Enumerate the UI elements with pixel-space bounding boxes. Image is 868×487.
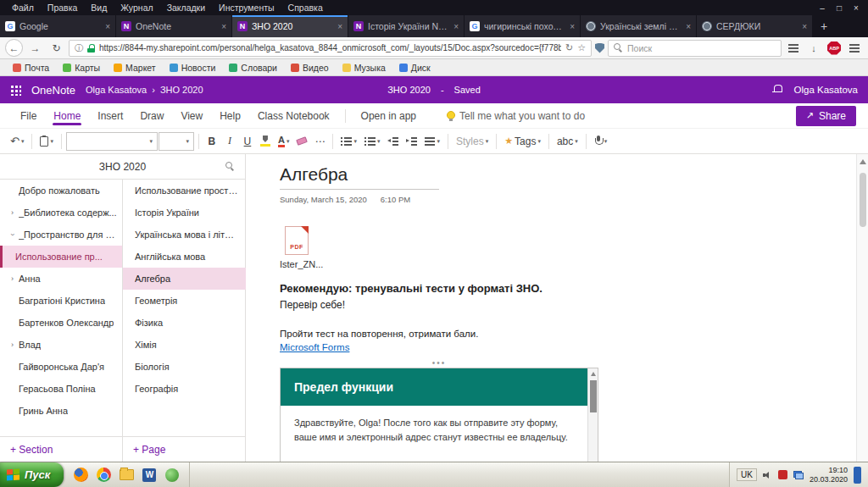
tab-close-icon[interactable]: × — [337, 22, 342, 31]
url-text[interactable]: https://8844-my.sharepoint.com/personal/… — [99, 43, 561, 53]
bookmark-market[interactable]: Маркет — [108, 62, 162, 74]
tab-history-notebook[interactable]: Історія України Notebook × — [348, 15, 465, 37]
bookmark-dictionaries[interactable]: Словари — [223, 62, 283, 74]
section-item-gerasova[interactable]: Герасьова Поліна — [0, 378, 122, 400]
highlighter-button[interactable] — [257, 131, 274, 152]
tab-insert[interactable]: Insert — [89, 104, 131, 128]
app-launcher-waffle-icon[interactable] — [10, 85, 21, 96]
tab-close-icon[interactable]: × — [570, 22, 575, 31]
user-name[interactable]: Olga Kasatova — [794, 85, 858, 95]
tags-button[interactable]: ★Tags▾ — [501, 131, 544, 152]
tab-draw[interactable]: Draw — [131, 104, 172, 128]
language-bar-icon[interactable] — [854, 467, 861, 484]
undo-button[interactable]: ↶▾ — [7, 131, 27, 152]
page-item[interactable]: Геометрія — [123, 290, 246, 312]
bookmark-mail[interactable]: Почта — [7, 62, 55, 74]
attachment-name[interactable]: Ister_ZN... — [280, 259, 331, 269]
bookmark-maps[interactable]: Карты — [57, 62, 106, 74]
add-section-button[interactable]: + Section — [0, 436, 122, 462]
search-input[interactable] — [627, 43, 776, 53]
notebook-search-row[interactable]: ЗНО 2020 — [0, 154, 245, 180]
chevron-right-icon[interactable]: › — [8, 208, 16, 217]
page-canvas[interactable]: Алгебра Sunday, March 15, 2020 6:10 PM P… — [246, 154, 868, 462]
menu-file[interactable]: Файл — [5, 2, 41, 14]
menu-edit[interactable]: Правка — [41, 2, 84, 14]
add-page-button[interactable]: + Page — [123, 436, 246, 462]
section-group-anna[interactable]: ›Анна — [0, 268, 122, 290]
reload-button[interactable]: ↻ — [47, 39, 65, 57]
menu-history[interactable]: Журнал — [114, 2, 159, 14]
forward-button[interactable]: → — [26, 39, 44, 57]
bookmark-star-icon[interactable]: ☆ — [577, 42, 586, 53]
notifications-bell-icon[interactable] — [772, 85, 782, 95]
page-item[interactable]: Использование простран... — [123, 180, 246, 202]
app-name[interactable]: OneNote — [31, 84, 75, 97]
tab-onenote[interactable]: OneNote × — [116, 15, 232, 37]
page-item[interactable]: Історія України — [123, 202, 246, 224]
reader-reload-icon[interactable]: ↻ — [565, 42, 573, 53]
start-button[interactable]: Пуск — [0, 462, 64, 487]
italic-button[interactable]: I — [221, 131, 238, 152]
firefox-taskbar-button[interactable] — [72, 467, 89, 484]
more-formatting-button[interactable]: ⋯ — [311, 131, 328, 152]
breadcrumb-user[interactable]: Olga Kasatova — [86, 85, 147, 95]
tracking-shield-icon[interactable] — [595, 43, 604, 53]
form-scroll-thumb[interactable] — [590, 380, 597, 412]
tab-google[interactable]: Google × — [0, 15, 116, 37]
tab-class-notebook[interactable]: Class Notebook — [249, 104, 338, 128]
share-button[interactable]: ↗ Share — [796, 106, 856, 126]
tab-close-icon[interactable]: × — [105, 22, 110, 31]
chevron-right-icon[interactable]: › — [8, 340, 16, 349]
tab-ukrainian-lands[interactable]: Українські землі в 60—80... × — [581, 15, 697, 37]
url-bar[interactable]: ⓘ https://8844-my.sharepoint.com/persona… — [69, 40, 592, 57]
volume-icon[interactable] — [763, 470, 772, 479]
page-item[interactable]: Фізика — [123, 312, 246, 334]
note-paragraph[interactable]: Пройти тест на повторення, отримати бали… — [280, 329, 843, 339]
breadcrumb-notebook[interactable]: ЗНО 2020 — [160, 85, 203, 95]
maximize-button[interactable]: □ — [831, 3, 848, 13]
language-indicator[interactable]: UK — [737, 468, 757, 481]
page-scroll-thumb[interactable] — [860, 173, 866, 227]
menu-help[interactable]: Справка — [281, 2, 330, 14]
tab-help[interactable]: Help — [211, 104, 249, 128]
tab-home[interactable]: Home — [45, 104, 89, 128]
page-item[interactable]: Англійська мова — [123, 246, 246, 268]
styles-button[interactable]: Styles▾ — [453, 131, 492, 152]
section-group-vlad[interactable]: ›Влад — [0, 334, 122, 356]
page-item[interactable]: Біологія — [123, 356, 246, 378]
section-item-welcome[interactable]: Добро пожаловать — [0, 180, 122, 202]
scroll-up-icon[interactable] — [591, 372, 596, 376]
page-title[interactable]: Алгебра — [280, 164, 843, 185]
bookmark-news[interactable]: Новости — [164, 62, 222, 74]
bookmark-music[interactable]: Музыка — [337, 62, 392, 74]
section-group-collab-space[interactable]: ›_Пространство для с... — [0, 224, 122, 246]
new-tab-button[interactable]: + — [813, 15, 835, 37]
pdf-attachment[interactable]: PDF Ister_ZN... — [280, 226, 331, 269]
underline-button[interactable]: U — [239, 131, 256, 152]
adblock-icon[interactable]: ABP — [826, 40, 843, 57]
forms-iframe[interactable]: Предел функции Здравствуйте, Olga! После… — [280, 368, 598, 462]
media-taskbar-button[interactable] — [164, 467, 181, 484]
indent-button[interactable] — [403, 131, 420, 152]
library-icon[interactable] — [785, 40, 802, 57]
numbered-list-button[interactable]: ▾ — [361, 131, 384, 152]
pdf-file-icon[interactable]: PDF — [285, 226, 309, 255]
page-item[interactable]: Хімія — [123, 334, 246, 356]
menu-hamburger-icon[interactable] — [846, 40, 863, 57]
tell-me-box[interactable]: Tell me what you want to do — [447, 110, 585, 122]
tray-clock[interactable]: 19:10 20.03.2020 — [810, 466, 848, 484]
spelling-button[interactable]: abc▾ — [554, 131, 581, 152]
tab-view[interactable]: View — [172, 104, 211, 128]
menu-tools[interactable]: Инструменты — [212, 2, 281, 14]
word-taskbar-button[interactable] — [141, 467, 158, 484]
tab-close-icon[interactable]: × — [686, 22, 691, 31]
minimize-button[interactable]: – — [814, 3, 831, 13]
page-item-selected[interactable]: Алгебра — [123, 268, 246, 290]
tab-close-icon[interactable]: × — [221, 22, 226, 31]
bold-button[interactable]: B — [203, 131, 220, 152]
antivirus-tray-icon[interactable] — [778, 470, 787, 479]
section-item-bagrationi[interactable]: Багратіоні Кристина — [0, 290, 122, 312]
tab-serdyuky[interactable]: СЕРДЮКИ × — [697, 15, 813, 37]
outdent-button[interactable] — [384, 131, 402, 152]
page-item[interactable]: Географія — [123, 378, 246, 400]
